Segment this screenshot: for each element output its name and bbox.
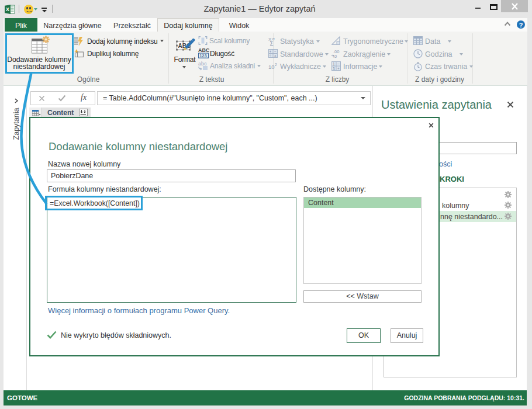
svg-text:1: 1 [333, 62, 335, 66]
svg-text:3: 3 [333, 67, 335, 71]
svg-text:−: − [337, 62, 340, 66]
svg-text:÷: ÷ [270, 54, 272, 58]
svg-text:2: 2 [275, 63, 277, 67]
svg-text:10: 10 [268, 64, 275, 70]
svg-text:+: + [337, 67, 340, 71]
svg-text:X: X [6, 6, 9, 12]
svg-text:123: 123 [199, 53, 207, 58]
svg-text:abc: abc [198, 61, 207, 67]
svg-text:ABC: ABC [198, 47, 209, 53]
svg-text:Σ: Σ [270, 40, 274, 46]
svg-text:×: × [274, 54, 277, 58]
svg-text:+: + [270, 50, 272, 54]
svg-text:−: − [274, 50, 277, 54]
